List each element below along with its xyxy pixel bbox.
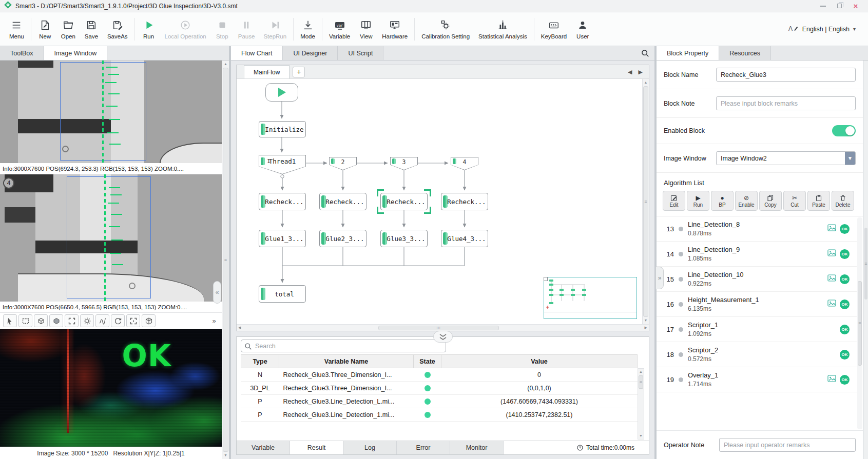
toolbar-mode-button[interactable]: Mode <box>296 17 319 41</box>
scrollbar-thumb[interactable]: ≡ <box>223 68 228 452</box>
tab-image-window[interactable]: Image Window <box>44 46 107 60</box>
rotate-view-button[interactable] <box>111 314 125 327</box>
toolbar-user-button[interactable]: User <box>571 17 594 41</box>
toolbar-saveas-button[interactable]: SaveAs <box>103 17 132 41</box>
algorithm-row[interactable]: 18 Scriptor_20.572ms OK <box>657 342 857 367</box>
box-view-button[interactable] <box>142 314 156 327</box>
scroll-up-icon[interactable]: ▲ <box>644 80 648 85</box>
tab-monitor[interactable]: Monitor <box>450 441 504 454</box>
expand-view-button[interactable] <box>126 314 140 327</box>
tab-block-property[interactable]: Block Property <box>657 46 719 60</box>
flow-node-thread3[interactable]: 3 <box>390 157 418 170</box>
variable-search-input[interactable] <box>254 342 442 350</box>
tab-mainflow[interactable]: MainFlow <box>244 65 290 78</box>
toolbar-pause-button[interactable]: Pause <box>234 17 259 41</box>
flow-scroll-right-icon[interactable]: ▶ <box>639 69 643 75</box>
pointcloud-image[interactable]: OK <box>0 329 222 447</box>
flow-node-glue2[interactable]: Glue2_3... <box>319 230 367 247</box>
image-window-select[interactable]: Image Window2 ▼ <box>716 151 856 165</box>
tab-toolbox[interactable]: ToolBox <box>0 46 44 60</box>
select-tool-button[interactable] <box>3 314 17 327</box>
maximize-button[interactable] <box>835 2 843 10</box>
scrollbar-thumb[interactable]: ||| <box>378 326 499 330</box>
toolbar-open-button[interactable]: Open <box>57 17 80 41</box>
result-image-icon[interactable] <box>827 375 837 385</box>
algorithm-row[interactable]: 19 Overlay_11.714ms OK <box>657 367 857 392</box>
table-row[interactable]: N Recheck_Glue3.Three_Dimension_I... 0 <box>241 368 638 382</box>
fit-view-button[interactable] <box>65 314 79 327</box>
flow-node-glue4[interactable]: Glue4_3... <box>441 230 488 247</box>
algorithm-row[interactable]: 13 Line_Detection_80.878ms OK <box>657 216 857 242</box>
flow-minimap[interactable] <box>544 277 637 319</box>
table-scrollbar[interactable]: ▲ ≡ ▼ <box>638 368 644 440</box>
algorithm-list-scrollbar[interactable]: ≡ <box>857 217 862 429</box>
chevron-down-icon[interactable]: ▼ <box>845 152 855 165</box>
toolbar-stop-button[interactable]: Stop <box>211 17 234 41</box>
tab-variable[interactable]: Variable <box>237 441 290 454</box>
scroll-right-icon[interactable]: ▶ <box>645 325 647 330</box>
toolbar-menu-button[interactable]: Menu <box>5 17 28 41</box>
inspection-image-1[interactable] <box>0 61 222 163</box>
tab-ui-script[interactable]: UI Script <box>338 46 383 60</box>
flow-node-thread4[interactable]: 4 <box>451 157 478 170</box>
tab-log[interactable]: Log <box>343 441 397 454</box>
flow-start-node[interactable] <box>265 83 298 102</box>
col-state[interactable]: State <box>414 355 441 368</box>
col-type[interactable]: Type <box>241 355 279 368</box>
scroll-up-icon[interactable]: ▲ <box>224 62 227 67</box>
collapse-bottom-panel-button[interactable] <box>433 331 453 343</box>
tab-ui-designer[interactable]: UI Designer <box>283 46 338 60</box>
table-row[interactable]: P Recheck_Glue3.Line_Detection_1.mi... (… <box>241 408 638 422</box>
block-note-input[interactable] <box>716 96 856 110</box>
algorithm-row[interactable]: 16 Height_Measurement_16.135ms OK <box>657 292 857 317</box>
toolbar-statistics-button[interactable]: Statistical Analysis <box>474 17 531 41</box>
roi-tool-button[interactable] <box>18 314 32 327</box>
toolbar-steprun-button[interactable]: StepRun <box>259 17 291 41</box>
alg-bp-button[interactable]: ●BP <box>711 191 734 211</box>
tab-resources[interactable]: Resources <box>719 46 771 60</box>
enabled-block-toggle[interactable] <box>832 125 856 136</box>
alg-edit-button[interactable]: Edit <box>663 191 685 211</box>
algorithm-row[interactable]: 17 Scriptor_11.092ms OK <box>657 317 857 342</box>
scrollbar-thumb[interactable]: ≡ <box>864 228 867 300</box>
flow-canvas[interactable]: Initialize 1 Thread1 2 <box>237 79 642 324</box>
operator-note-input[interactable] <box>719 438 856 452</box>
table-row[interactable]: 3D_PL Recheck_Glue3.Three_Dimension_I...… <box>241 382 638 395</box>
collapse-right-panel-button[interactable]: » <box>655 267 664 289</box>
table-row[interactable]: P Recheck_Glue3.Line_Detection_L.mi... (… <box>241 395 638 408</box>
alg-enable-button[interactable]: ⊘Enable <box>735 191 758 211</box>
scroll-down-icon[interactable]: ▼ <box>639 433 643 438</box>
toolbar-view-button[interactable]: View <box>355 17 377 41</box>
scroll-left-icon[interactable]: ◀ <box>238 325 241 330</box>
algorithm-row[interactable]: 14 Line_Detection_91.085ms OK <box>657 242 857 267</box>
flow-node-recheck2[interactable]: Recheck... <box>319 193 367 210</box>
brightness-button[interactable] <box>80 314 94 327</box>
toolbar-variable-button[interactable]: varVariable <box>325 17 354 41</box>
collapse-left-panel-button[interactable]: « <box>213 281 221 304</box>
scroll-down-icon[interactable]: ▼ <box>224 453 227 458</box>
flow-node-glue1[interactable]: Glue1_3... <box>259 230 306 247</box>
search-box[interactable] <box>241 340 446 352</box>
toolbar-keyboard-button[interactable]: KeyBoard <box>537 17 571 41</box>
toolbar-save-button[interactable]: Save <box>80 17 103 41</box>
flow-vscrollbar[interactable]: ▲ ≡ ▼ <box>642 79 649 324</box>
col-variable-name[interactable]: Variable Name <box>279 355 414 368</box>
alg-copy-button[interactable]: Copy <box>759 191 782 211</box>
alg-delete-button[interactable]: Delete <box>832 191 854 211</box>
toolbar-calibration-button[interactable]: Calibration Setting <box>417 17 474 41</box>
flow-node-initialize[interactable]: Initialize <box>259 121 306 137</box>
flow-node-recheck3-selected[interactable]: Recheck... <box>380 193 428 210</box>
left-panel-scrollbar[interactable]: ▲ ≡ ▼ <box>222 61 229 459</box>
flow-node-thread2[interactable]: 2 <box>329 157 357 170</box>
flow-node-recheck1[interactable]: Recheck... <box>259 193 306 210</box>
col-value[interactable]: Value <box>441 355 638 368</box>
cube-solid-button[interactable] <box>49 314 63 327</box>
cube-wire-button[interactable] <box>34 314 48 327</box>
result-image-icon[interactable] <box>827 274 837 284</box>
toolbar-local-operation-button[interactable]: Local Operation <box>161 17 210 41</box>
minimap-handle-icon[interactable] <box>544 277 548 281</box>
result-image-icon[interactable] <box>827 300 837 309</box>
window-scrollbar[interactable]: ≡ <box>863 61 868 459</box>
result-image-icon[interactable] <box>827 249 837 259</box>
alg-paste-button[interactable]: Paste <box>807 191 830 211</box>
